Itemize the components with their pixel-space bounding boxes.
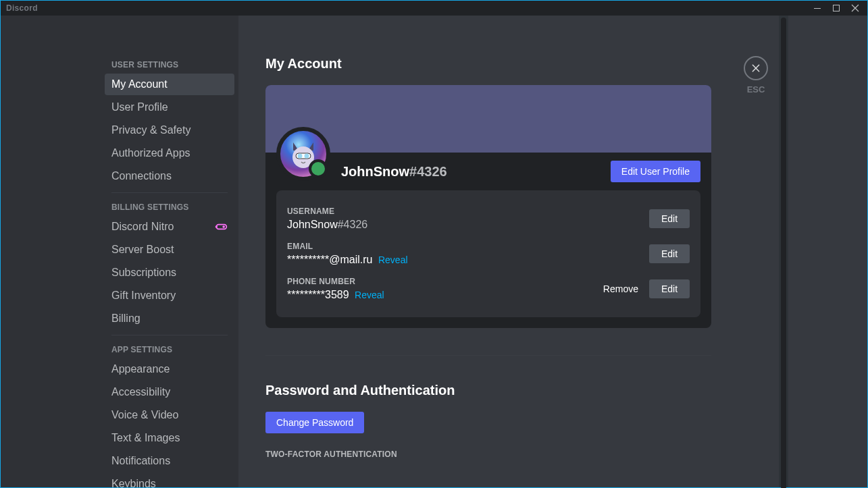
sidebar-item-server-boost[interactable]: Server Boost: [105, 239, 234, 261]
sidebar-item-label: Notifications: [111, 454, 170, 468]
svg-rect-1: [834, 5, 840, 11]
field-phone: PHONE NUMBER *********3589 Reveal Remove…: [287, 271, 690, 306]
app-title: Discord: [6, 3, 38, 13]
sidebar-header-billing-settings: BILLING SETTINGS: [105, 198, 234, 216]
profile-card: JohnSnow#4326 Edit User Profile USERNAME…: [265, 85, 711, 328]
field-label: USERNAME: [287, 207, 649, 216]
sidebar-item-subscriptions[interactable]: Subscriptions: [105, 262, 234, 283]
edit-username-button[interactable]: Edit: [649, 209, 690, 228]
avatar[interactable]: [276, 127, 330, 181]
account-fields: USERNAME JohnSnow#4326 Edit E: [276, 190, 700, 317]
content-scrollbar[interactable]: [779, 16, 788, 487]
field-label: EMAIL: [287, 242, 649, 251]
sidebar-separator: [111, 335, 228, 335]
edit-user-profile-button[interactable]: Edit User Profile: [611, 161, 700, 182]
section-divider: [265, 355, 711, 356]
sidebar-item-label: Authorized Apps: [111, 146, 190, 160]
minimize-button[interactable]: [808, 1, 827, 16]
sidebar-item-label: Voice & Video: [111, 408, 178, 422]
svg-point-6: [298, 154, 303, 159]
sidebar-separator: [111, 192, 228, 193]
sidebar-item-appearance[interactable]: Appearance: [105, 358, 234, 380]
sidebar-item-label: Text & Images: [111, 431, 180, 445]
sidebar-item-user-profile[interactable]: User Profile: [105, 97, 234, 118]
sidebar-header-app-settings: APP SETTINGS: [105, 341, 234, 358]
username-text: JohnSnow: [287, 219, 338, 230]
esc-label: ESC: [747, 84, 765, 94]
reveal-email-link[interactable]: Reveal: [378, 254, 408, 265]
sidebar-item-label: User Profile: [111, 101, 168, 114]
sidebar-item-label: Billing: [111, 312, 141, 325]
reveal-phone-link[interactable]: Reveal: [355, 290, 384, 300]
sidebar-item-privacy-safety[interactable]: Privacy & Safety: [105, 119, 234, 141]
field-value: JohnSnow#4326: [287, 219, 649, 231]
page-title: My Account: [265, 56, 711, 72]
remove-phone-button[interactable]: Remove: [603, 283, 638, 294]
svg-rect-0: [814, 8, 821, 9]
discriminator-text: #4326: [338, 219, 368, 230]
sidebar-item-authorized-apps[interactable]: Authorized Apps: [105, 142, 234, 164]
app-window: Discord USER SETTINGS My Account User Pr…: [0, 0, 868, 488]
sidebar-item-label: Server Boost: [111, 243, 174, 256]
twofa-header: TWO-FACTOR AUTHENTICATION: [265, 450, 711, 459]
sidebar-header-user-settings: USER SETTINGS: [105, 56, 234, 74]
username-tag: JohnSnow#4326: [341, 164, 447, 180]
titlebar: Discord: [1, 1, 867, 16]
change-password-button[interactable]: Change Password: [265, 412, 364, 433]
svg-point-3: [222, 225, 225, 228]
nitro-icon: [214, 220, 228, 234]
window-controls: [808, 1, 865, 16]
sidebar-item-label: Discord Nitro: [111, 220, 174, 234]
sidebar-item-text-images[interactable]: Text & Images: [105, 427, 234, 449]
field-value: **********@mail.ru Reveal: [287, 254, 649, 266]
edit-phone-button[interactable]: Edit: [649, 279, 690, 298]
sidebar-item-discord-nitro[interactable]: Discord Nitro: [105, 216, 234, 238]
sidebar-item-accessibility[interactable]: Accessibility: [105, 381, 234, 403]
sidebar-item-label: Keybinds: [111, 477, 156, 487]
sidebar-item-label: Appearance: [111, 362, 170, 376]
discriminator: #4326: [409, 164, 447, 179]
profile-banner: [265, 85, 711, 153]
close-icon: [750, 63, 761, 74]
edit-email-button[interactable]: Edit: [649, 244, 690, 263]
close-window-button[interactable]: [846, 1, 865, 16]
profile-header: JohnSnow#4326 Edit User Profile: [265, 153, 711, 185]
sidebar-item-notifications[interactable]: Notifications: [105, 450, 234, 472]
avatar-image-icon: [286, 137, 320, 171]
sidebar-item-label: Privacy & Safety: [111, 124, 190, 137]
content-column[interactable]: My Account: [238, 16, 738, 487]
phone-text: *********3589: [287, 289, 349, 300]
close-settings-button[interactable]: [744, 56, 768, 80]
password-auth-title: Password and Authentication: [265, 383, 711, 398]
field-username: USERNAME JohnSnow#4326 Edit: [287, 201, 690, 236]
close-tools: ESC: [738, 16, 779, 487]
maximize-button[interactable]: [827, 1, 846, 16]
field-label: PHONE NUMBER: [287, 277, 603, 286]
content-region: My Account: [238, 16, 867, 487]
sidebar-item-label: Gift Inventory: [111, 289, 176, 302]
email-text: **********@mail.ru: [287, 254, 373, 265]
settings-sidebar[interactable]: USER SETTINGS My Account User Profile Pr…: [91, 16, 238, 487]
sidebar-item-keybinds[interactable]: Keybinds: [105, 473, 234, 487]
sidebar-item-label: Connections: [111, 169, 172, 183]
sidebar-item-label: Accessibility: [111, 385, 170, 399]
svg-point-7: [305, 154, 309, 159]
field-value: *********3589 Reveal: [287, 289, 603, 301]
sidebar-item-label: My Account: [111, 78, 168, 91]
sidebar-item-label: Subscriptions: [111, 266, 176, 279]
settings-body: USER SETTINGS My Account User Profile Pr…: [1, 16, 867, 487]
sidebar-item-billing[interactable]: Billing: [105, 308, 234, 329]
sidebar-item-gift-inventory[interactable]: Gift Inventory: [105, 285, 234, 306]
field-email: EMAIL **********@mail.ru Reveal Edit: [287, 236, 690, 271]
sidebar-region: USER SETTINGS My Account User Profile Pr…: [1, 16, 238, 487]
sidebar-item-connections[interactable]: Connections: [105, 165, 234, 187]
sidebar-item-voice-video[interactable]: Voice & Video: [105, 404, 234, 426]
username: JohnSnow: [341, 164, 409, 179]
sidebar-item-my-account[interactable]: My Account: [105, 74, 234, 95]
